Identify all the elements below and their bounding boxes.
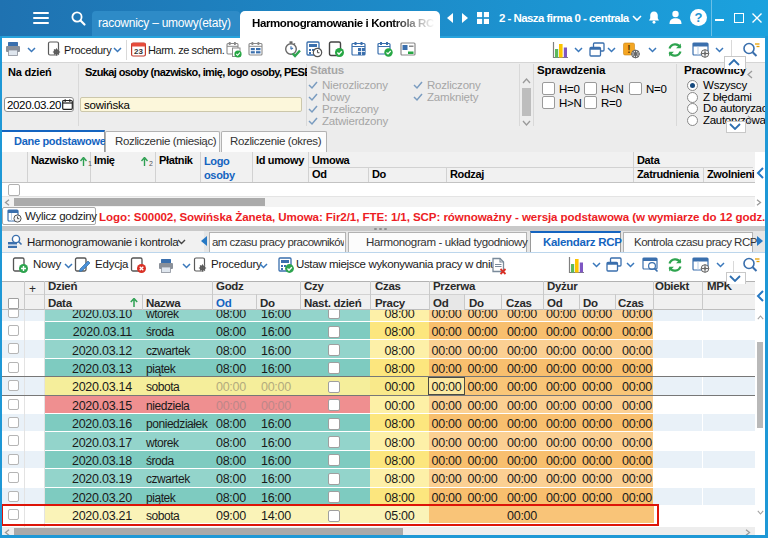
svg-text:23: 23 <box>134 47 143 56</box>
svg-text:2: 2 <box>149 160 153 167</box>
svg-text:1: 1 <box>88 160 92 167</box>
svg-text:!: ! <box>627 44 630 55</box>
